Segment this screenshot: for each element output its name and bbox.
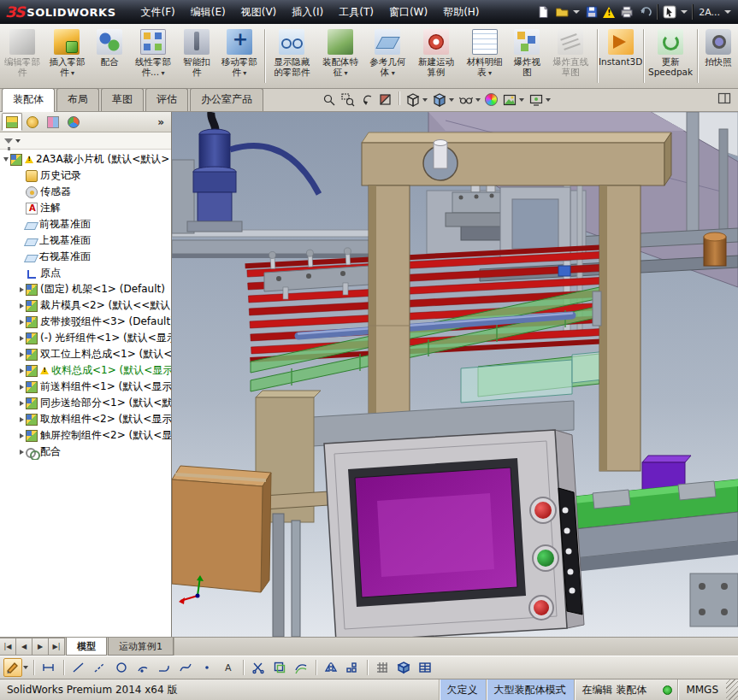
tree-item[interactable]: 右视基准面 [0,249,171,265]
tree-item[interactable]: (固定) 机架<1> (Default) [0,281,171,297]
ribbon-button[interactable]: 爆炸视图 [508,26,546,86]
tab-scroll-button[interactable]: ▶| [49,638,65,656]
display-style-caret[interactable] [449,98,454,102]
status-units[interactable]: MMGS [677,679,726,700]
ribbon-button[interactable] [643,29,644,83]
commandmanager-tab[interactable]: 评估 [145,88,188,111]
tangent-arc-icon[interactable] [155,658,174,677]
commandmanager-tab[interactable]: 装配体 [2,88,55,112]
table-icon[interactable] [416,658,434,677]
tree-root-item[interactable]: 2A3A裁小片机 (默认<默认> [0,151,171,168]
tree-item[interactable]: 收料总成<1> (默认<显示状 [0,362,171,379]
zoom-fit-icon[interactable] [322,92,336,107]
ribbon-button[interactable]: 更新 Speedpak [646,26,695,86]
select-dropdown-caret[interactable] [681,10,688,14]
sketch-text-icon[interactable]: A [219,658,238,677]
tab-featuremanager-tree[interactable] [2,113,22,131]
zoom-area-icon[interactable] [340,92,355,107]
circle-icon[interactable] [112,658,131,677]
viewport-3d-scene[interactable] [172,112,738,637]
commandmanager-tab[interactable]: 草图 [101,88,144,111]
ribbon-button[interactable]: 插入零部件 [44,26,91,86]
menu-item[interactable]: 编辑(E) [183,3,233,22]
expand-arrow-icon[interactable] [17,417,26,422]
sketch-dropdown-caret[interactable] [23,666,28,669]
convert-entities-icon[interactable] [270,658,289,677]
apply-scene-caret[interactable] [519,98,524,102]
tree-item[interactable]: 取放料组件<2> (默认<显示状 [0,411,171,427]
centerpoint-arc-icon[interactable] [133,658,152,677]
tree-item[interactable]: 前送料组件<1> (默认<显示状 [0,379,171,395]
centerline-icon[interactable] [91,658,109,677]
view-orientation-icon[interactable] [405,92,420,107]
filter-caret-icon[interactable] [15,139,21,143]
document-switcher-caret[interactable] [724,10,731,14]
edit-appearance-icon[interactable] [485,93,498,106]
quick-tips-green-icon[interactable] [663,685,672,695]
tree-item[interactable]: 前视基准面 [0,216,171,232]
tab-scroll-button[interactable]: ▶ [32,638,49,656]
ribbon-button[interactable]: 装配体特征 [316,26,363,86]
print-icon[interactable] [619,5,634,20]
tree-item[interactable]: (-) 光纤组件<1> (默认<显示 [0,330,171,346]
line-icon[interactable] [69,658,88,677]
tree-item[interactable]: 传感器 [0,184,171,200]
ribbon-button[interactable]: 爆炸直线草图 [546,26,595,86]
tree-item[interactable]: 历史记录 [0,168,171,184]
expand-arrow-icon[interactable] [17,401,26,406]
grid-snap-icon[interactable] [373,658,392,677]
ribbon-button[interactable]: 配合 [91,26,128,86]
view-settings-caret[interactable] [546,98,551,102]
graphics-viewport[interactable] [172,112,738,637]
select-cursor-icon[interactable] [662,5,676,20]
document-switcher[interactable]: 2A... [699,7,720,18]
ribbon-button[interactable] [697,29,698,83]
menu-item[interactable]: 工具(T) [331,3,381,22]
tree-item[interactable]: 裁片模具<2> (默认<<默认>_ [0,297,171,314]
ribbon-button[interactable]: 移动零部件 [215,26,263,86]
spline-icon[interactable] [176,658,195,677]
ribbon-button[interactable]: Instant3D [599,26,641,86]
expand-arrow-icon[interactable] [17,385,26,390]
status-large-assembly-mode[interactable]: 大型装配体模式 [486,679,574,700]
tree-item[interactable]: 原点 [0,265,171,281]
display-style-icon[interactable] [432,92,446,107]
tab-propertymanager[interactable] [22,113,43,131]
previous-view-icon[interactable] [359,92,374,107]
tab-scroll-button[interactable]: ◀ [16,638,32,656]
expand-arrow-icon[interactable] [2,157,10,162]
tree-item[interactable]: 配合 [0,444,171,460]
apply-scene-icon[interactable] [502,92,517,107]
tab-displaymanager[interactable] [63,113,84,131]
new-document-icon[interactable] [535,5,550,20]
view-settings-icon[interactable] [528,92,543,107]
tree-item[interactable]: 双工位上料总成<1> (默认<显 [0,346,171,362]
ribbon-button[interactable]: 线性零部件... [128,26,178,86]
ribbon-button[interactable]: 编辑零部件 [1,26,44,86]
ribbon-button[interactable]: 材料明细表 [461,26,508,86]
tab-scroll-button[interactable]: |◀ [0,638,16,656]
commandmanager-tab[interactable]: 办公室产品 [190,88,263,111]
view-orientation-caret[interactable] [422,98,428,102]
tree-item[interactable]: 触屏控制组件<2> (默认<显示 [0,427,171,444]
section-view-icon[interactable] [378,92,393,107]
menu-item[interactable]: 文件(F) [133,3,183,22]
tree-item[interactable]: 注解 [0,200,171,216]
expand-arrow-icon[interactable] [17,336,26,341]
commandmanager-tab[interactable]: 布局 [56,88,99,111]
tree-item[interactable]: 上视基准面 [0,232,171,249]
menu-item[interactable]: 帮助(H) [435,3,487,22]
expand-arrow-icon[interactable] [17,450,26,455]
expand-arrow-icon[interactable] [17,303,26,309]
expand-arrow-icon[interactable] [17,368,26,374]
smart-dimension-icon[interactable] [39,658,58,677]
menu-item[interactable]: 插入(I) [284,3,331,22]
expand-arrow-icon[interactable] [17,433,26,438]
ribbon-button[interactable]: 智能扣件 [178,26,215,86]
expand-arrow-icon[interactable] [17,320,26,325]
tree-item[interactable]: 同步送给部分<1> (默认<默认 [0,395,171,411]
save-icon[interactable] [584,5,599,20]
mirror-entities-icon[interactable] [322,658,340,677]
expand-arrow-icon[interactable] [17,287,26,292]
ribbon-button[interactable]: 新建运动算例 [411,26,461,86]
